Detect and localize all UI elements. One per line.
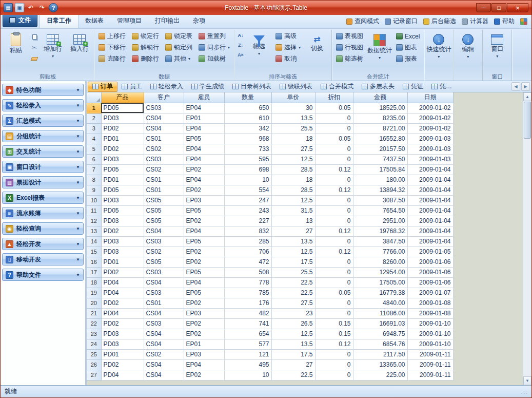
cell[interactable]: CS04 [144, 277, 184, 288]
cell[interactable]: 2009-01-08 [407, 298, 453, 308]
ribbon-small-button[interactable]: 锁定列 [163, 42, 195, 53]
ribbon-tab[interactable]: 管理项目 [110, 14, 148, 28]
cell[interactable]: PD04 [101, 277, 144, 288]
cell[interactable]: 0 [315, 267, 353, 277]
cell[interactable]: 11086.00 [353, 308, 407, 318]
redo-icon[interactable]: ↷ [37, 3, 47, 12]
table-tab[interactable]: 级联列表 [275, 82, 317, 92]
cell[interactable]: 0 [315, 298, 353, 308]
cell[interactable]: 17.5 [271, 349, 315, 359]
quick-stats-button[interactable]: ↓ 快速统计 ▾ [426, 31, 451, 60]
row-number[interactable]: 2 [87, 113, 101, 123]
ribbon-small-button[interactable]: Excel [393, 31, 422, 42]
cell[interactable]: 6854.76 [353, 339, 407, 349]
cell[interactable]: 2009-01-11 [407, 349, 453, 359]
cell[interactable]: 2009-01-11 [407, 370, 453, 380]
cell[interactable]: 968 [224, 134, 271, 144]
cell[interactable]: 0 [315, 359, 353, 370]
cell[interactable]: 342 [224, 123, 271, 134]
cell[interactable]: 225.00 [353, 370, 407, 380]
cell[interactable]: 0 [315, 308, 353, 318]
ribbon-small-button[interactable]: 同步行▾ [196, 42, 232, 53]
cell[interactable]: EP04 [184, 123, 224, 134]
row-number[interactable]: 9 [87, 185, 101, 195]
cell[interactable]: EP03 [184, 195, 224, 205]
sidebar-item[interactable]: ≡流水账簿▼ [2, 207, 84, 219]
add-row-button[interactable]: + 增加行 ▾ [40, 31, 66, 59]
cell[interactable]: 472 [224, 257, 271, 267]
cell[interactable]: EP05 [184, 236, 224, 247]
cell[interactable]: 508 [224, 267, 271, 277]
ribbon-small-button[interactable]: 其他▾ [163, 53, 195, 64]
toggle-button[interactable]: ⇄ 切换 [304, 31, 330, 53]
cell[interactable]: PD03 [101, 339, 144, 349]
cell[interactable]: 2009-01-11 [407, 359, 453, 370]
cell[interactable]: EP04 [184, 103, 224, 113]
file-menu-button[interactable]: 文件 [3, 14, 37, 27]
cell[interactable]: 2009-01-03 [407, 154, 453, 164]
cell[interactable]: 28.5 [271, 164, 315, 175]
cell[interactable]: CS04 [144, 359, 184, 370]
cell[interactable]: 0.05 [315, 103, 353, 113]
cell[interactable]: 2009-01-08 [407, 308, 453, 318]
cell[interactable]: 2009-01-10 [407, 329, 453, 339]
cell[interactable]: 0.12 [315, 339, 353, 349]
row-number[interactable]: 5 [87, 144, 101, 154]
cell[interactable]: 30 [271, 103, 315, 113]
maximize-button[interactable]: □ [491, 3, 506, 12]
cell[interactable]: 227 [224, 216, 271, 226]
column-header[interactable]: 数量 [224, 92, 271, 103]
column-header[interactable]: 金额 [353, 92, 407, 103]
cell[interactable]: CS03 [144, 288, 184, 298]
cell[interactable]: 2009-01-04 [407, 216, 453, 226]
cell[interactable]: PD04 [101, 288, 144, 298]
cell[interactable]: 12.5 [271, 329, 315, 339]
cell[interactable]: PD04 [101, 308, 144, 318]
cell[interactable]: 2009-01-04 [407, 236, 453, 247]
row-number[interactable]: 10 [87, 195, 101, 205]
cell[interactable]: 10 [224, 175, 271, 185]
cell[interactable]: 13894.32 [353, 185, 407, 195]
clear-button[interactable] [30, 54, 39, 63]
cell[interactable]: 27.5 [271, 144, 315, 154]
cell[interactable]: 0 [315, 123, 353, 134]
cell[interactable]: 706 [224, 247, 271, 257]
sidebar-item[interactable]: ▯移动开发▼ [2, 253, 84, 266]
row-number[interactable]: 25 [87, 349, 101, 359]
row-number[interactable]: 27 [87, 370, 101, 380]
cell[interactable]: EP02 [184, 318, 224, 329]
cell[interactable]: 13.5 [271, 113, 315, 123]
cell[interactable]: PD02 [101, 318, 144, 329]
row-number[interactable]: 3 [87, 123, 101, 134]
cell[interactable]: 2009-01-06 [407, 257, 453, 267]
ribbon-small-button[interactable]: 重置列 [196, 31, 232, 42]
ribbon-small-button[interactable]: 表视图 [333, 31, 366, 42]
table-tab[interactable]: 订单 [88, 82, 117, 92]
cell[interactable]: 26.5 [271, 318, 315, 329]
cell[interactable]: EP03 [184, 308, 224, 318]
cell[interactable]: EP04 [184, 226, 224, 236]
table-tab[interactable]: 目录树列表 [228, 82, 275, 92]
cell[interactable]: CS05 [144, 195, 184, 205]
ribbon-quick-item[interactable]: 查阅模式 [346, 17, 379, 26]
cell[interactable]: 2009-01-02 [407, 113, 453, 123]
table-tab[interactable]: 多层表头 [358, 82, 399, 92]
theme-icon[interactable] [520, 18, 527, 25]
cell[interactable]: 741 [224, 318, 271, 329]
cell[interactable]: PD03 [101, 216, 144, 226]
cell[interactable]: EP02 [184, 329, 224, 339]
minimize-button[interactable]: ─ [476, 3, 491, 12]
cell[interactable]: 13.5 [271, 236, 315, 247]
cell[interactable]: EP02 [184, 185, 224, 195]
cell[interactable]: PD05 [101, 164, 144, 175]
ribbon-small-button[interactable]: 下移行 [96, 42, 128, 53]
cell[interactable]: CS01 [144, 185, 184, 195]
filter-button[interactable]: 筛选 ▾ [246, 31, 272, 56]
cell[interactable]: 2009-01-04 [407, 185, 453, 195]
table-tab[interactable]: 员工 [117, 82, 146, 92]
cell[interactable]: 595 [224, 154, 271, 164]
tab-scroll-left-icon[interactable]: ◀ [511, 82, 520, 91]
cell[interactable]: CS03 [144, 267, 184, 277]
row-number[interactable]: 12 [87, 216, 101, 226]
cell[interactable]: 12954.00 [353, 267, 407, 277]
